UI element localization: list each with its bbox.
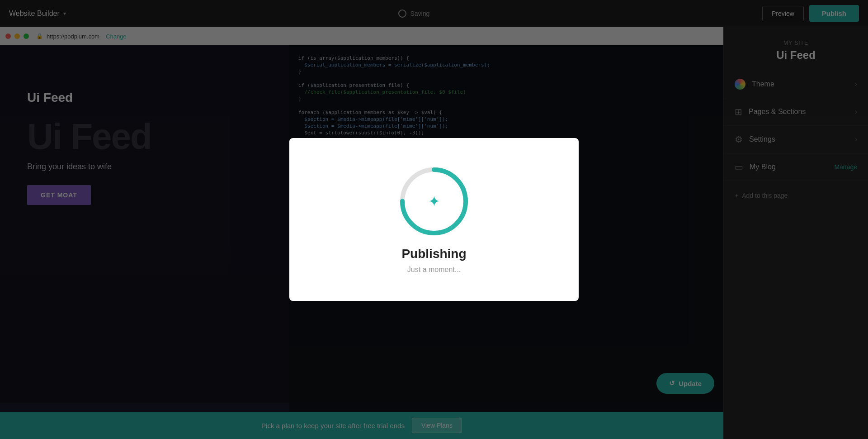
- progress-ring-container: ✦: [398, 165, 470, 238]
- publishing-modal: ✦ Publishing Just a moment...: [289, 138, 579, 301]
- magic-wand-icon: ✦: [428, 193, 440, 210]
- modal-overlay: ✦ Publishing Just a moment...: [0, 0, 868, 439]
- modal-subtitle: Just a moment...: [407, 266, 461, 274]
- modal-title: Publishing: [401, 247, 466, 261]
